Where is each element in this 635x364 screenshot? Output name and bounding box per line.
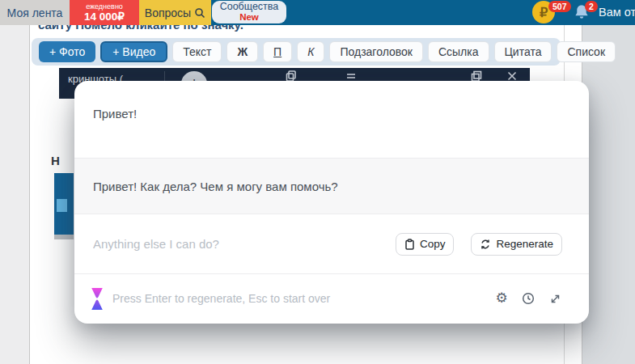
coin-count-badge: 507 bbox=[548, 1, 571, 12]
clock-icon[interactable] bbox=[521, 291, 536, 306]
divider bbox=[54, 235, 74, 239]
text-button[interactable]: Текст bbox=[172, 41, 222, 62]
subheading-button[interactable]: Подзаголовок bbox=[329, 41, 423, 62]
copy-button[interactable]: Copy bbox=[396, 233, 455, 256]
new-badge: New bbox=[239, 12, 259, 23]
command-input[interactable] bbox=[112, 292, 482, 305]
add-video-button[interactable]: + Видео bbox=[100, 41, 167, 62]
blue-image-mark bbox=[57, 199, 67, 212]
italic-button[interactable]: К bbox=[297, 41, 324, 62]
followup-row: Copy Regenerate bbox=[74, 214, 589, 273]
assistant-reply: Привет! Как дела? Чем я могу вам помочь? bbox=[74, 159, 589, 214]
post-heading-fragment: Н bbox=[51, 154, 60, 167]
clipboard-icon bbox=[404, 239, 415, 250]
search-icon bbox=[194, 7, 205, 19]
tab-my-feed[interactable]: Моя лента bbox=[0, 0, 70, 25]
gear-icon[interactable]: ⚙ bbox=[494, 291, 509, 306]
user-message: Привет! bbox=[74, 81, 589, 158]
followup-input[interactable] bbox=[93, 237, 396, 251]
hourglass-logo bbox=[91, 288, 104, 310]
list-button[interactable]: Список bbox=[557, 41, 616, 62]
quote-button[interactable]: Цитата bbox=[494, 41, 552, 62]
daily-prize-badge[interactable]: ежедневно 14 000₽ bbox=[70, 0, 139, 25]
post-blue-image bbox=[54, 173, 74, 235]
regenerate-button[interactable]: Regenerate bbox=[471, 233, 562, 256]
underline-button[interactable]: П bbox=[263, 41, 292, 62]
regenerate-icon bbox=[480, 239, 491, 250]
command-row: ⚙ bbox=[74, 274, 589, 323]
link-button[interactable]: Ссылка bbox=[428, 41, 489, 62]
header-right-text: Вам от bbox=[599, 6, 635, 19]
ai-assistant-modal: Привет! Привет! Как дела? Чем я могу вам… bbox=[74, 81, 589, 324]
editor-toolbar: + Фото + Видео Текст Ж П К Подзаголовок … bbox=[32, 38, 561, 66]
add-photo-button[interactable]: + Фото bbox=[39, 41, 95, 62]
tab-communities[interactable]: Сообщества New bbox=[212, 1, 286, 23]
questions-button[interactable]: Вопросы bbox=[139, 0, 211, 25]
page-left-gutter bbox=[0, 25, 30, 364]
bold-button[interactable]: Ж bbox=[226, 41, 258, 62]
expand-icon[interactable] bbox=[548, 291, 562, 306]
notification-count-badge: 2 bbox=[585, 1, 598, 12]
